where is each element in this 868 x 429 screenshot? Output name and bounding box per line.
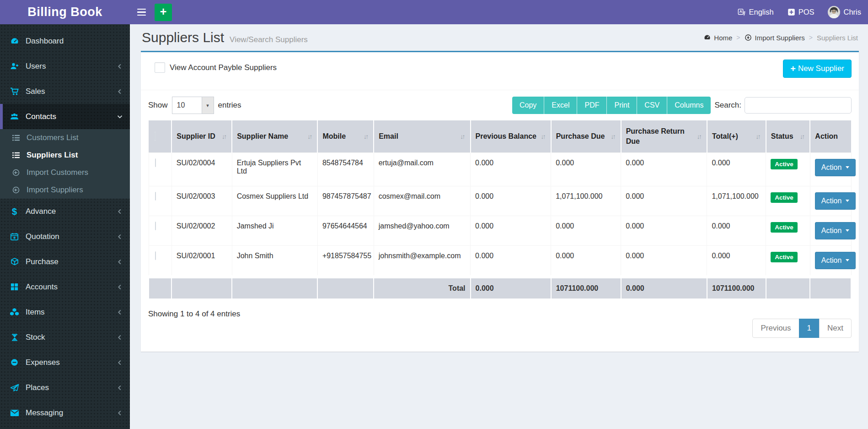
language-icon: A — [738, 8, 746, 16]
header-mobile[interactable]: Mobile — [317, 120, 374, 152]
new-supplier-button[interactable]: + New Supplier — [783, 60, 852, 78]
pos-button[interactable]: POS — [781, 0, 821, 24]
submenu-item-import-customers[interactable]: Import Customers — [0, 164, 130, 181]
sidebar-item-advance[interactable]: $ Advance — [0, 199, 130, 224]
footer-total: 1071100.000 — [707, 277, 766, 299]
header-email[interactable]: Email — [374, 120, 470, 152]
submenu-item-suppliers-list[interactable]: Suppliers List — [0, 147, 130, 164]
submenu-item-import-suppliers[interactable]: Import Suppliers — [0, 181, 130, 199]
brand-logo[interactable]: Billing Book — [0, 0, 130, 24]
sort-icon — [800, 133, 805, 140]
print-button[interactable]: Print — [606, 97, 637, 114]
sidebar-item-places[interactable]: Places — [0, 375, 130, 400]
sidebar-item-quotation[interactable]: Quotation — [0, 224, 130, 249]
row-checkbox[interactable] — [155, 222, 156, 230]
select-all-checkbox[interactable] — [155, 132, 155, 141]
cell-supplier-id: SU/02/0004 — [171, 152, 232, 186]
sidebar-toggle-button[interactable] — [130, 0, 153, 24]
page-size-value: 10 — [172, 97, 202, 114]
sidebar-item-label: Items — [26, 308, 45, 317]
page-1-button[interactable]: 1 — [799, 319, 820, 338]
row-checkbox[interactable] — [155, 192, 156, 201]
header-total[interactable]: Total(+) — [707, 120, 766, 152]
action-dropdown-button[interactable]: Action — [815, 222, 856, 239]
sort-icon — [755, 133, 761, 140]
csv-button[interactable]: CSV — [637, 97, 667, 114]
page-length-control: Show 10 entries — [148, 97, 241, 114]
sidebar-item-messaging[interactable]: Messaging — [0, 400, 130, 425]
header-supplier-name[interactable]: Supplier Name — [232, 120, 317, 152]
breadcrumb-import-suppliers[interactable]: Import Suppliers — [745, 34, 805, 42]
sidebar-item-label: Messaging — [26, 408, 63, 418]
action-dropdown-button[interactable]: Action — [815, 159, 856, 176]
next-page-button[interactable]: Next — [819, 319, 852, 338]
chevron-left-icon — [116, 258, 124, 266]
cell-purchase-due: 0.000 — [551, 245, 621, 277]
page-title: Suppliers List — [142, 30, 224, 45]
cell-supplier-name: Cosmex Suppliers Ltd — [232, 186, 317, 216]
row-checkbox[interactable] — [155, 251, 156, 260]
sidebar-item-stock[interactable]: Stock — [0, 325, 130, 350]
columns-button[interactable]: Columns — [667, 97, 711, 114]
sidebar-item-items[interactable]: Items — [0, 299, 130, 325]
payable-filter[interactable]: View Account Payble Suppliers — [155, 62, 277, 73]
sidebar-item-accounts[interactable]: Accounts — [0, 274, 130, 299]
sidebar-item-expenses[interactable]: Expenses — [0, 350, 130, 375]
excel-button[interactable]: Excel — [544, 97, 577, 114]
language-menu[interactable]: A English — [731, 0, 781, 24]
previous-page-button[interactable]: Previous — [752, 319, 799, 338]
topbar-right: A English POS Chris — [731, 0, 868, 24]
submenu-item-label: Import Suppliers — [27, 185, 83, 195]
footer-purchase-return-due: 0.000 — [621, 277, 707, 299]
cell-email: ertuja@mail.com — [374, 152, 470, 186]
copy-button[interactable]: Copy — [512, 97, 544, 114]
header-purchase-due[interactable]: Purchase Due — [551, 120, 621, 152]
sidebar-item-label: Accounts — [26, 282, 58, 292]
cell-purchase-return-due: 0.000 — [621, 152, 707, 186]
quick-add-button[interactable]: + — [155, 4, 172, 21]
sort-icon — [307, 133, 313, 140]
footer-empty — [766, 277, 810, 299]
select-all-header[interactable] — [149, 120, 171, 152]
row-checkbox[interactable] — [155, 158, 156, 167]
action-dropdown-button[interactable]: Action — [815, 192, 856, 210]
select-arrow-icon — [202, 97, 214, 114]
sidebar-item-users[interactable]: Users — [0, 54, 130, 79]
suppliers-table: Supplier ID Supplier Name Mobile Email P… — [148, 120, 852, 299]
table-header-row: Supplier ID Supplier Name Mobile Email P… — [149, 120, 851, 152]
breadcrumb-separator: > — [809, 34, 813, 41]
cell-previous-balance: 0.000 — [471, 245, 551, 277]
sidebar-item-contacts[interactable]: Contacts — [0, 104, 130, 129]
breadcrumb-home[interactable]: Home — [703, 34, 732, 42]
status-badge: Active — [771, 222, 798, 233]
user-plus-icon — [9, 62, 20, 71]
header-supplier-id[interactable]: Supplier ID — [171, 120, 232, 152]
pdf-button[interactable]: PDF — [577, 97, 606, 114]
list-icon — [11, 152, 21, 159]
user-menu[interactable]: Chris — [821, 0, 868, 24]
import-icon — [11, 186, 21, 194]
avatar — [828, 6, 840, 18]
sidebar-item-sales[interactable]: Sales — [0, 79, 130, 104]
breadcrumb-separator: > — [736, 34, 740, 41]
submenu-item-customers-list[interactable]: Customers List — [0, 129, 130, 147]
header-status[interactable]: Status — [766, 120, 810, 152]
header-purchase-return-due[interactable]: Purchase Return Due — [621, 120, 707, 152]
payable-filter-checkbox[interactable] — [155, 62, 165, 73]
action-dropdown-button[interactable]: Action — [815, 252, 856, 269]
breadcrumb-label: Home — [714, 34, 732, 42]
page-size-select[interactable]: 10 — [172, 97, 214, 114]
search-input[interactable] — [745, 97, 852, 114]
cell-supplier-id: SU/02/0002 — [171, 216, 232, 245]
sidebar-item-dashboard[interactable]: Dashboard — [0, 28, 130, 54]
footer-empty — [171, 277, 232, 299]
sidebar-item-label: Sales — [26, 87, 45, 96]
status-badge: Active — [771, 252, 798, 262]
sort-icon — [541, 133, 546, 140]
chevron-left-icon — [116, 409, 124, 417]
header-previous-balance[interactable]: Previous Balance — [471, 120, 551, 152]
chevron-left-icon — [116, 308, 124, 316]
sidebar-item-purchase[interactable]: Purchase — [0, 249, 130, 274]
cell-email: johnsmith@example.com — [374, 245, 470, 277]
group-icon — [9, 112, 20, 121]
